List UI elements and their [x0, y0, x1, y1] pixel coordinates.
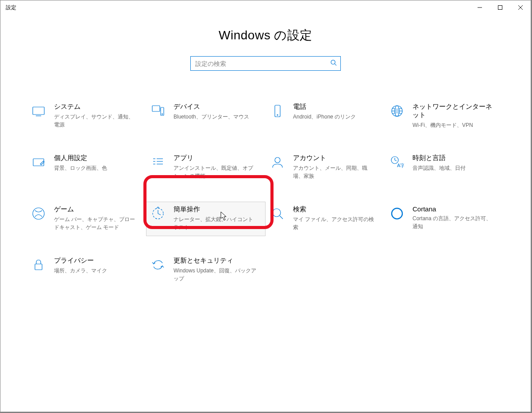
tile-update-security[interactable]: 更新とセキュリティWindows Update、回復、バックアップ	[146, 253, 266, 287]
ease-of-access-icon	[150, 206, 166, 221]
svg-point-28	[33, 208, 44, 219]
tile-desc: ナレーター、拡大鏡、ハイコントラスト	[173, 215, 258, 231]
tile-title: ネットワークとインターネット	[412, 103, 497, 119]
search-wrap	[14, 56, 517, 71]
tile-title: 簡単操作	[173, 205, 258, 214]
tile-title: プライバシー	[54, 256, 138, 265]
search-icon	[330, 59, 337, 68]
tile-title: Cortana	[412, 205, 497, 213]
tile-desc: Android、iPhone のリンク	[293, 113, 377, 121]
tile-title: 電話	[293, 103, 377, 111]
tile-privacy[interactable]: プライバシー場所、カメラ、マイク	[27, 253, 146, 287]
settings-window: 設定 Windows の設定 システムディスプレイ、サウンド、通知、電源	[0, 0, 531, 412]
tile-title: ゲーム	[54, 205, 138, 214]
cortana-icon	[389, 206, 405, 221]
lock-icon	[31, 257, 46, 272]
svg-point-10	[162, 114, 163, 115]
tile-title: 検索	[293, 205, 377, 214]
tile-ease-of-access[interactable]: 簡単操作ナレーター、拡大鏡、ハイコントラスト	[146, 202, 266, 236]
tile-network[interactable]: ネットワークとインターネットWi-Fi、機内モード、VPN	[385, 99, 505, 134]
tile-desc: ゲーム バー、キャプチャ、ブロードキャスト、ゲーム モード	[54, 215, 138, 231]
paint-icon	[31, 155, 46, 170]
tile-title: アカウント	[293, 154, 377, 162]
tile-desc: Wi-Fi、機内モード、VPN	[412, 121, 497, 129]
svg-rect-33	[35, 264, 42, 270]
magnifier-icon	[270, 206, 285, 221]
tile-title: デバイス	[173, 103, 258, 111]
apps-icon	[150, 155, 166, 170]
tile-cortana[interactable]: CortanaCortana の言語、アクセス許可、通知	[385, 202, 505, 236]
close-button[interactable]	[510, 0, 531, 15]
tile-phone[interactable]: 電話Android、iPhone のリンク	[266, 99, 385, 134]
content-area: Windows の設定 システムディスプレイ、サウンド、通知、電源 デバイスBl…	[0, 15, 531, 301]
tile-personalization[interactable]: 個人用設定背景、ロック画面、色	[27, 150, 146, 185]
svg-rect-11	[275, 105, 280, 117]
display-icon	[31, 103, 46, 119]
svg-line-5	[335, 64, 336, 65]
search-box[interactable]	[190, 56, 341, 71]
tile-desc: 場所、カメラ、マイク	[54, 267, 138, 275]
tile-desc: Bluetooth、プリンター、マウス	[173, 113, 258, 121]
person-icon	[270, 155, 285, 170]
svg-rect-6	[33, 107, 44, 115]
tile-title: アプリ	[173, 154, 258, 162]
titlebar: 設定	[0, 0, 531, 15]
tile-desc: マイ ファイル、アクセス許可の検索	[293, 215, 377, 231]
tile-apps[interactable]: アプリアンインストール、既定値、オプションの機能	[146, 150, 266, 185]
sync-icon	[150, 257, 166, 272]
window-title: 設定	[6, 4, 16, 11]
tile-desc: 音声認識、地域、日付	[412, 164, 497, 172]
time-language-icon: A字	[389, 155, 405, 170]
svg-point-4	[331, 60, 335, 64]
xbox-icon	[31, 206, 46, 221]
tile-desc: アカウント、メール、同期、職場、家族	[293, 164, 377, 180]
svg-point-12	[277, 115, 278, 115]
svg-text:A字: A字	[397, 163, 404, 168]
tile-desc: Windows Update、回復、バックアップ	[173, 267, 258, 283]
tile-system[interactable]: システムディスプレイ、サウンド、通知、電源	[27, 99, 146, 134]
svg-point-30	[273, 209, 281, 217]
tile-title: システム	[54, 103, 138, 111]
svg-rect-8	[152, 106, 160, 111]
globe-icon	[389, 103, 405, 119]
tile-title: 個人用設定	[54, 154, 138, 162]
settings-grid: システムディスプレイ、サウンド、通知、電源 デバイスBluetooth、プリンタ…	[14, 99, 517, 287]
svg-line-31	[280, 216, 283, 219]
devices-icon	[150, 103, 166, 119]
tile-title: 更新とセキュリティ	[173, 256, 258, 265]
svg-rect-1	[498, 6, 502, 10]
maximize-button[interactable]	[490, 0, 510, 15]
page-title: Windows の設定	[14, 27, 517, 44]
minimize-button[interactable]	[470, 0, 490, 15]
svg-point-32	[392, 208, 402, 219]
svg-point-23	[275, 157, 280, 163]
phone-icon	[270, 103, 285, 119]
tile-desc: 背景、ロック画面、色	[54, 164, 138, 172]
tile-title: 時刻と言語	[412, 154, 497, 162]
tile-desc: Cortana の言語、アクセス許可、通知	[412, 214, 497, 230]
tile-search[interactable]: 検索マイ ファイル、アクセス許可の検索	[266, 202, 385, 236]
tile-time-language[interactable]: A字 時刻と言語音声認識、地域、日付	[385, 150, 505, 185]
tile-gaming[interactable]: ゲームゲーム バー、キャプチャ、ブロードキャスト、ゲーム モード	[27, 202, 146, 236]
tile-desc: アンインストール、既定値、オプションの機能	[173, 164, 258, 180]
search-input[interactable]	[195, 60, 330, 67]
window-controls	[470, 0, 531, 15]
tile-desc: ディスプレイ、サウンド、通知、電源	[54, 113, 138, 129]
tile-accounts[interactable]: アカウントアカウント、メール、同期、職場、家族	[266, 150, 385, 185]
tile-devices[interactable]: デバイスBluetooth、プリンター、マウス	[146, 99, 266, 134]
svg-line-26	[395, 160, 397, 161]
